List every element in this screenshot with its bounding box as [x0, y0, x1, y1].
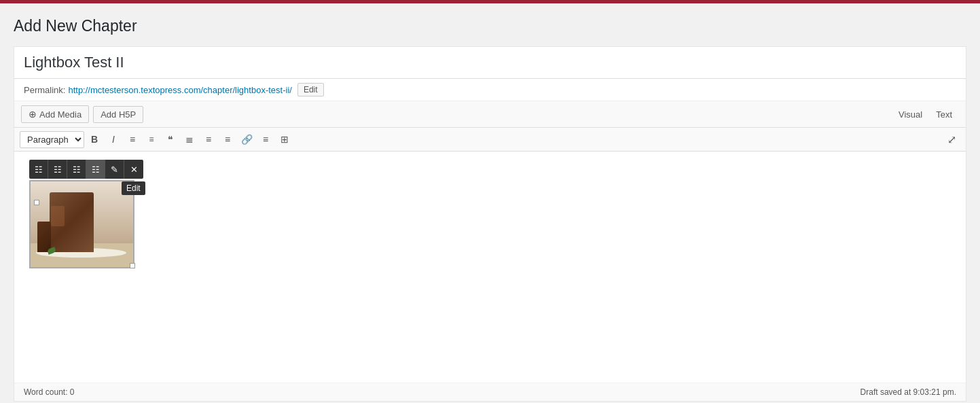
align-right-button[interactable]: ≡ — [219, 130, 236, 148]
formatting-bar: Paragraph B I ≡ ≡ ❝ ≣ ≡ ≡ 🔗 ≡ ⊞ ⤢ — [14, 128, 966, 152]
align-left-button[interactable]: ≣ — [181, 130, 198, 148]
toolbar-toggle-button[interactable]: ≡ — [257, 130, 274, 148]
status-bar: Word count: 0 Draft saved at 9:03:21 pm. — [14, 383, 966, 401]
word-count-value: 0 — [70, 387, 75, 397]
permalink-bar: Permalink: http://mctesterson.textopress… — [14, 79, 966, 101]
permalink-url[interactable]: http://mctesterson.textopress.com/chapte… — [68, 85, 291, 95]
img-edit-button[interactable]: ✎ — [105, 160, 124, 179]
add-media-icon: ⊕ — [29, 109, 37, 120]
add-h5p-button[interactable]: Add H5P — [93, 106, 143, 123]
align-center-button[interactable]: ≡ — [200, 130, 217, 148]
img-no-align-button[interactable]: ☷ — [86, 160, 105, 179]
image-toolbar: ☷ ☷ ☷ ☷ ✎ ✕ — [29, 160, 143, 179]
ordered-list-button[interactable]: ≡ — [143, 130, 160, 148]
img-remove-button[interactable]: ✕ — [124, 160, 143, 179]
page-wrapper: Add New Chapter Permalink: http://mctest… — [0, 3, 980, 402]
editor-area[interactable]: ☷ ☷ ☷ ☷ ✎ ✕ Edit — [14, 152, 966, 383]
unordered-list-button[interactable]: ≡ — [124, 130, 141, 148]
blockquote-button[interactable]: ❝ — [162, 130, 179, 148]
table-button[interactable]: ⊞ — [276, 130, 293, 148]
img-align-left-button[interactable]: ☷ — [29, 160, 48, 179]
visual-tab[interactable]: Visual — [892, 107, 929, 122]
word-count-area: Word count: 0 — [24, 387, 75, 397]
page-title: Add New Chapter — [14, 17, 966, 35]
link-button[interactable]: 🔗 — [238, 130, 255, 148]
add-media-button[interactable]: ⊕ Add Media — [21, 105, 89, 123]
text-tab[interactable]: Text — [929, 107, 959, 122]
toolbar-left: ⊕ Add Media Add H5P — [21, 105, 143, 123]
chapter-title-input[interactable] — [14, 47, 966, 79]
fullscreen-button[interactable]: ⤢ — [943, 130, 960, 148]
bold-button[interactable]: B — [86, 130, 103, 148]
image-block — [29, 180, 134, 268]
italic-button[interactable]: I — [105, 130, 122, 148]
img-align-center-button[interactable]: ☷ — [48, 160, 67, 179]
paragraph-format-select[interactable]: Paragraph — [20, 131, 84, 148]
draft-saved-status: Draft saved at 9:03:21 pm. — [860, 387, 956, 397]
toolbar-row: ⊕ Add Media Add H5P Visual Text — [14, 101, 966, 128]
img-align-right-button[interactable]: ☷ — [67, 160, 86, 179]
permalink-edit-button[interactable]: Edit — [297, 83, 324, 97]
formatting-left: Paragraph B I ≡ ≡ ❝ ≣ ≡ ≡ 🔗 ≡ ⊞ — [20, 130, 293, 148]
expand-area: ⤢ — [943, 130, 960, 148]
resize-handle-br[interactable] — [130, 263, 135, 268]
permalink-label: Permalink: — [24, 85, 65, 95]
fullscreen-icon: ⤢ — [947, 133, 956, 146]
word-count-label: Word count: — [24, 387, 67, 397]
cake-image — [29, 180, 134, 268]
resize-handle-tl[interactable] — [34, 200, 39, 205]
toolbar-right: Visual Text — [892, 107, 959, 122]
editor-container: Permalink: http://mctesterson.textopress… — [14, 46, 966, 402]
